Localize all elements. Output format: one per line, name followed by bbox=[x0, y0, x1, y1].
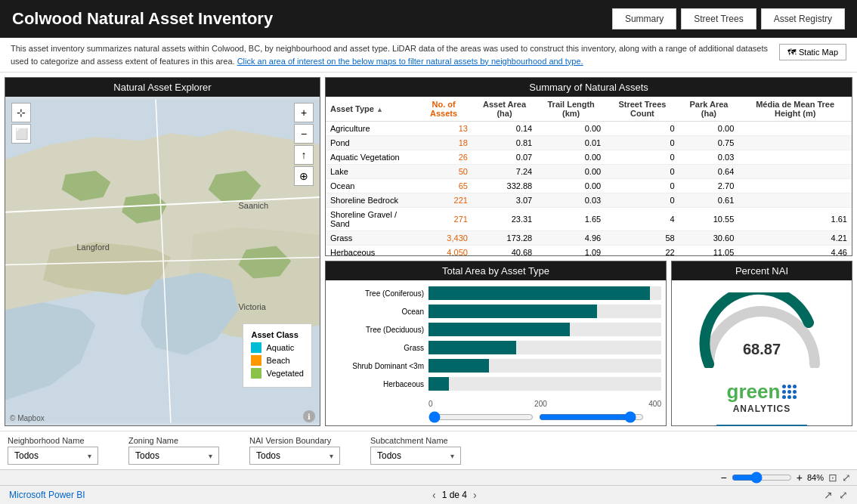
map-area[interactable]: Langford Saanich Victoria ⊹ ⬜ + − ↑ ⊕ bbox=[5, 97, 320, 425]
zoning-select[interactable]: Todos ▾ bbox=[128, 447, 219, 465]
bar-track bbox=[428, 341, 661, 354]
bar-row: Tree (Coniferous) bbox=[330, 286, 661, 300]
zoom-slider[interactable] bbox=[732, 472, 792, 484]
zoom-percent: 84% bbox=[807, 473, 824, 482]
bar-fill bbox=[428, 377, 449, 391]
table-row: Ocean65332.880.0002.70 bbox=[326, 179, 852, 193]
bottom-right: Total Area by Asset Type Tree (Coniferou… bbox=[325, 261, 852, 426]
legend-vegetated-label: Vegetated bbox=[266, 369, 304, 378]
page-next-btn[interactable]: › bbox=[473, 489, 477, 501]
th-park-area[interactable]: Park Area (ha) bbox=[679, 97, 739, 122]
bar-fill bbox=[428, 341, 516, 354]
legend-aquatic-color bbox=[251, 342, 261, 353]
map-panel: Natural Asset Explorer bbox=[5, 77, 320, 426]
legend-vegetated: Vegetated bbox=[251, 368, 304, 379]
nav-summary[interactable]: Summary bbox=[612, 8, 676, 29]
subcatchment-select[interactable]: Todos ▾ bbox=[370, 447, 461, 465]
map-info-button[interactable]: ℹ bbox=[303, 410, 315, 422]
map-right-controls: + − ↑ ⊕ bbox=[294, 103, 314, 186]
static-map-button[interactable]: 🗺 Static Map bbox=[779, 44, 846, 60]
map-zoom-in-btn[interactable]: + bbox=[294, 103, 314, 122]
bar-row: Shrub Dominant <3m bbox=[330, 359, 661, 373]
dropdown-zoning: Zoning Name Todos ▾ bbox=[128, 436, 219, 465]
zoning-arrow: ▾ bbox=[209, 452, 212, 460]
gauge-svg: 68.87 0.00 100.00 bbox=[694, 292, 830, 368]
subtitle-text: This asset inventory summarizes natural … bbox=[11, 42, 770, 67]
map-north-btn[interactable]: ↑ bbox=[294, 145, 314, 165]
th-asset-type[interactable]: Asset Type ▲ bbox=[326, 97, 415, 122]
bar-track bbox=[428, 286, 661, 300]
map-zoom-out-btn[interactable]: − bbox=[294, 124, 314, 144]
map-box-btn[interactable]: ⬜ bbox=[11, 124, 31, 144]
th-no-assets[interactable]: No. of Assets bbox=[415, 97, 472, 122]
summary-table: Asset Type ▲ No. of Assets Asset Area (h… bbox=[326, 97, 852, 255]
zoom-minus-btn[interactable]: − bbox=[721, 472, 727, 484]
footer: Microsoft Power BI ‹ 1 de 4 › ↗ ⤢ bbox=[0, 485, 857, 504]
table-row: Herbaceous4,05040.681.092211.054.46 bbox=[326, 246, 852, 256]
right-panel: Summary of Natural Assets Asset Type ▲ N… bbox=[325, 77, 852, 426]
bar-fill bbox=[428, 305, 597, 318]
chart-slider[interactable] bbox=[428, 411, 661, 425]
legend-beach-label: Beach bbox=[266, 356, 289, 365]
nai-version-label: NAI Version Boundary bbox=[249, 436, 340, 445]
nai-title: Percent NAI bbox=[672, 261, 852, 280]
bar-label: Ocean bbox=[330, 308, 428, 316]
bar-fill bbox=[428, 286, 650, 300]
legend-aquatic: Aquatic bbox=[251, 342, 304, 353]
page-indicator: 1 de 4 bbox=[442, 490, 467, 500]
powerbi-link[interactable]: Microsoft Power BI bbox=[9, 490, 85, 500]
header-nav: Summary Street Trees Asset Registry bbox=[612, 8, 845, 29]
green-text: green bbox=[727, 380, 781, 404]
mnai-logo: MNAI MNAI Making Nature Count bbox=[716, 425, 807, 426]
bar-label: Herbaceous bbox=[330, 380, 428, 388]
legend-beach: Beach bbox=[251, 355, 304, 366]
zoom-plus-btn[interactable]: + bbox=[797, 472, 803, 484]
table-row: Shoreline Bedrock2213.070.0300.61 bbox=[326, 193, 852, 208]
legend-beach-color bbox=[251, 355, 261, 366]
nav-street-trees[interactable]: Street Trees bbox=[681, 8, 756, 29]
th-mean-height[interactable]: Média de Mean Tree Height (m) bbox=[738, 97, 852, 122]
app-header: Colwood Natural Asset Inventory Summary … bbox=[0, 0, 857, 38]
th-trail-length[interactable]: Trail Length (km) bbox=[537, 97, 605, 122]
dropdown-nai-version: NAI Version Boundary Todos ▾ bbox=[249, 436, 340, 465]
dropdown-subcatchment: Subcatchment Name Todos ▾ bbox=[370, 436, 461, 465]
nai-version-select[interactable]: Todos ▾ bbox=[249, 447, 340, 465]
bar-track bbox=[428, 305, 661, 318]
chart-section: Total Area by Asset Type Tree (Coniferou… bbox=[325, 261, 667, 426]
table-row: Lake507.240.0000.64 bbox=[326, 165, 852, 179]
summary-title: Summary of Natural Assets bbox=[326, 78, 852, 97]
table-wrapper[interactable]: Asset Type ▲ No. of Assets Asset Area (h… bbox=[326, 97, 852, 255]
gauge-value: 68.87 bbox=[743, 341, 781, 357]
footer-icons: ↗ ⤢ bbox=[824, 489, 848, 501]
map-cursor-btn[interactable]: ⊹ bbox=[11, 103, 31, 122]
mapbox-credit: © Mapbox bbox=[10, 414, 45, 422]
th-asset-area[interactable]: Asset Area (ha) bbox=[472, 97, 537, 122]
bar-row: Tree (Deciduous) bbox=[330, 323, 661, 336]
page-prev-btn[interactable]: ‹ bbox=[432, 489, 436, 501]
subtitle-link[interactable]: Click an area of interest on the below m… bbox=[237, 57, 583, 66]
neighborhood-select[interactable]: Todos ▾ bbox=[8, 447, 98, 465]
map-legend: Asset Class Aquatic Beach Vegetated bbox=[243, 323, 312, 388]
subcatchment-arrow: ▾ bbox=[450, 452, 454, 460]
th-street-trees[interactable]: Street Trees Count bbox=[605, 97, 679, 122]
bar-fill bbox=[428, 323, 570, 336]
bar-track bbox=[428, 359, 661, 373]
expand-btn[interactable]: ⤢ bbox=[839, 489, 848, 501]
analytics-text: ANALYTICS bbox=[727, 404, 797, 414]
bar-row: Herbaceous bbox=[330, 377, 661, 391]
nai-panel: Percent NAI 68.87 0.00 100.00 bbox=[671, 261, 852, 426]
page-nav: ‹ 1 de 4 › bbox=[432, 489, 477, 501]
neighborhood-arrow: ▾ bbox=[88, 452, 91, 460]
map-left-controls: ⊹ ⬜ bbox=[11, 103, 31, 144]
nav-asset-registry[interactable]: Asset Registry bbox=[761, 8, 845, 29]
chart-title: Total Area by Asset Type bbox=[326, 261, 666, 280]
bar-label: Tree (Coniferous) bbox=[330, 289, 428, 298]
subcatchment-label: Subcatchment Name bbox=[370, 436, 461, 445]
map-search-btn[interactable]: ⊕ bbox=[294, 166, 314, 186]
summary-section: Summary of Natural Assets Asset Type ▲ N… bbox=[325, 77, 852, 256]
fit-page-btn[interactable]: ⊡ bbox=[828, 472, 837, 484]
dropdown-neighborhood: Neighborhood Name Todos ▾ bbox=[8, 436, 98, 465]
bar-row: Grass bbox=[330, 341, 661, 354]
share-btn[interactable]: ↗ bbox=[824, 489, 833, 501]
fullscreen-btn[interactable]: ⤢ bbox=[842, 472, 851, 484]
